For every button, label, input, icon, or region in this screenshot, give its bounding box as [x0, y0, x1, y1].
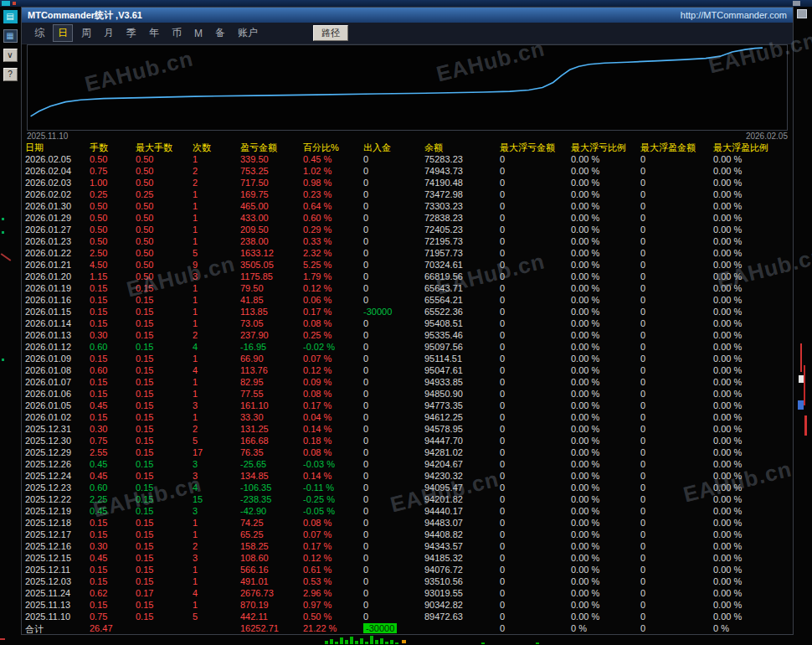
- cell-max-floating-profit: 0: [639, 318, 712, 330]
- cell-balance: 65643.71: [423, 283, 498, 295]
- window-control-icon: [793, 1, 800, 6]
- cell-max-floating-loss-pct: 0.00 %: [569, 236, 639, 248]
- cell-date: 2026.01.15: [23, 307, 88, 318]
- table-row: 2025.12.260.450.153-25.65-0.03 %094204.6…: [23, 459, 793, 471]
- cell-deposit: 0: [362, 412, 423, 424]
- cell-trades: 3: [191, 553, 239, 565]
- tab-季[interactable]: 季: [122, 25, 141, 41]
- cell-max-floating-loss-pct: 0.00 %: [569, 295, 639, 307]
- cell-date: 2025.12.03: [23, 576, 88, 588]
- background-right-edge: [794, 7, 812, 645]
- tab-日[interactable]: 日: [53, 24, 73, 42]
- table-row: 2026.01.230.500.501238.000.33 %072195.73…: [23, 236, 793, 248]
- cell-max-floating-loss: 0: [498, 307, 569, 318]
- collapse-button[interactable]: ∨: [3, 49, 18, 62]
- column-header-2: 最大手数: [134, 142, 191, 154]
- tab-账户[interactable]: 账户: [234, 25, 262, 41]
- cell-max-floating-profit: 0: [639, 541, 712, 553]
- cell-max-floating-profit: 0: [639, 506, 712, 518]
- cell-balance: 94933.85: [423, 377, 498, 389]
- cell-max-floating-profit-pct: 0.00 %: [712, 154, 779, 166]
- tab-月[interactable]: 月: [100, 25, 118, 41]
- chart-widget-icon[interactable]: ▤: [3, 10, 18, 23]
- cell-percent: 0.14 %: [301, 424, 362, 436]
- table-row: 2026.01.090.150.15166.900.07 %095114.510…: [23, 353, 793, 365]
- panel-titlebar[interactable]: MTCommander统计 ,V3.61 http://MTCommander.…: [22, 8, 793, 23]
- cell-max-floating-profit: 0: [639, 400, 712, 412]
- column-header-7: 余额: [423, 142, 498, 154]
- cell-max-floating-profit: 0: [639, 377, 712, 389]
- column-header-11: 最大浮盈比例: [712, 142, 779, 154]
- cell-deposit: 0: [362, 436, 423, 447]
- equity-chart: [27, 44, 788, 131]
- cell-max-floating-profit-pct: 0.00 %: [712, 295, 779, 307]
- cell-max-floating-profit-pct: 0.00 %: [712, 353, 779, 365]
- cell-max-floating-profit-pct: 0.00 %: [712, 271, 779, 283]
- tab-币[interactable]: 币: [167, 25, 186, 41]
- cell-trades: 2: [191, 166, 239, 178]
- background-volume-fragment: [402, 640, 406, 643]
- cell-max-floating-loss-pct: 0.00 %: [569, 389, 639, 400]
- cell-lots: 0.45: [88, 553, 134, 565]
- total-deposit-highlight: -30000: [363, 623, 397, 633]
- tab-综[interactable]: 综: [30, 25, 49, 41]
- cell-trades: 3: [191, 506, 239, 518]
- cell-max-lots: 0.50: [134, 236, 191, 248]
- cell-percent: -0.02 %: [301, 342, 362, 353]
- cell-max-floating-profit: 0: [639, 330, 712, 342]
- table-row: 2026.01.080.600.154113.760.12 %095047.61…: [23, 365, 793, 377]
- panel-url-link[interactable]: http://MTCommander.com: [681, 10, 787, 20]
- table-row: 2026.01.290.500.501433.000.60 %072838.23…: [23, 213, 793, 224]
- cell-balance: 94204.67: [423, 459, 498, 471]
- cell-max-floating-loss: 0: [498, 506, 569, 518]
- cell-max-floating-loss-pct: 0.00 %: [569, 213, 639, 224]
- table-row: 2025.12.310.300.152131.250.14 %094578.95…: [23, 424, 793, 436]
- cell-deposit: 0: [362, 365, 423, 377]
- cell-percent: 0.08 %: [301, 447, 362, 459]
- cell-deposit: 0: [362, 353, 423, 365]
- cell-lots: 0.15: [88, 283, 134, 295]
- cell-pnl: 433.00: [239, 213, 301, 224]
- cell-deposit: 0: [362, 447, 423, 459]
- cell-lots: 0.15: [88, 295, 134, 307]
- total-cell-pnl: 16252.71: [239, 623, 301, 635]
- cell-percent: -0.11 %: [301, 482, 362, 494]
- cell-balance: 94281.02: [423, 447, 498, 459]
- cell-trades: 2: [191, 178, 239, 189]
- cell-balance: 94483.07: [423, 518, 498, 529]
- cell-max-floating-profit: 0: [639, 201, 712, 213]
- grid-widget-icon[interactable]: ▦: [3, 29, 18, 43]
- cell-pnl: 33.30: [239, 412, 301, 424]
- cell-deposit: 0: [362, 529, 423, 541]
- cell-balance: 94447.70: [423, 436, 498, 447]
- table-row: 2025.12.150.450.153108.600.12 %094185.32…: [23, 553, 793, 565]
- cell-max-floating-loss-pct: 0.00 %: [569, 611, 639, 623]
- tab-备[interactable]: 备: [211, 25, 229, 41]
- cell-trades: 15: [191, 494, 239, 506]
- background-candle-fragment: [800, 343, 802, 372]
- cell-max-floating-loss: 0: [498, 494, 569, 506]
- cell-max-floating-profit: 0: [639, 224, 712, 236]
- help-button[interactable]: ?: [3, 68, 18, 81]
- cell-pnl: -106.35: [239, 482, 301, 494]
- cell-deposit: 0: [362, 224, 423, 236]
- cell-max-floating-loss-pct: 0.00 %: [569, 447, 639, 459]
- cell-max-floating-profit: 0: [639, 529, 712, 541]
- cell-deposit: -30000: [362, 307, 423, 318]
- cell-max-floating-loss-pct: 0.00 %: [569, 482, 639, 494]
- cell-deposit: 0: [362, 565, 423, 576]
- tab-年[interactable]: 年: [145, 25, 163, 41]
- cell-max-lots: 0.50: [134, 260, 191, 271]
- cell-max-floating-loss: 0: [498, 353, 569, 365]
- cell-date: 2025.12.23: [23, 482, 88, 494]
- cell-pnl: 237.90: [239, 330, 301, 342]
- path-button[interactable]: 路径: [313, 25, 348, 41]
- cell-max-floating-profit: 0: [639, 412, 712, 424]
- cell-deposit: 0: [362, 260, 423, 271]
- tab-M[interactable]: M: [190, 27, 207, 40]
- table-row: 2026.02.050.500.501339.500.45 %075283.23…: [23, 154, 793, 166]
- tab-周[interactable]: 周: [77, 25, 95, 41]
- cell-deposit: 0: [362, 471, 423, 482]
- cell-pnl: 77.55: [239, 389, 301, 400]
- cell-deposit: 0: [362, 154, 423, 166]
